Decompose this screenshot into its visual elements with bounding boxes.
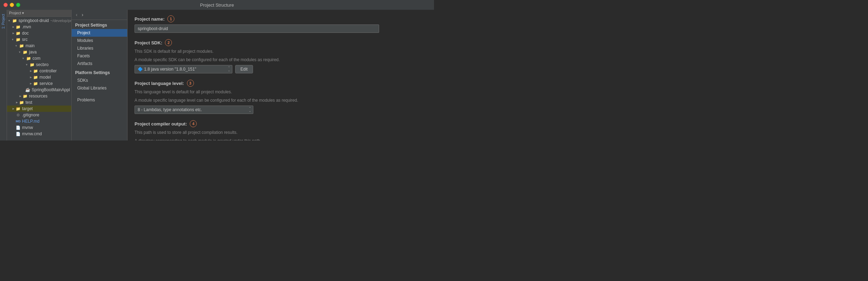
lang-desc-1: This language level is default for all p…	[135, 89, 427, 95]
sdk-row: 🔷 1.8 java version "1.8.0_151" Edit	[135, 65, 427, 73]
side-tab-strip: 1: Project	[0, 10, 7, 140]
tree-item-target[interactable]: ► 📁 target	[7, 106, 71, 112]
tree-label: .gitignore	[22, 113, 39, 117]
tree-label: main	[26, 43, 35, 48]
project-language-section: Project language level: 3 This language …	[135, 80, 427, 114]
circle-2: 2	[165, 39, 172, 46]
tree-label: model	[39, 75, 51, 80]
project-name-input[interactable]	[135, 24, 379, 33]
tree-item-resources[interactable]: ► 📁 resources	[7, 93, 71, 99]
sdk-desc-2: A module specific SDK can be configured …	[135, 57, 427, 63]
compiler-desc-2: A directory corresponding to each module…	[135, 138, 427, 140]
tree-label: java	[29, 50, 37, 55]
tree-label: secbro	[36, 62, 49, 67]
compiler-desc-1: This path is used to store all project c…	[135, 129, 427, 136]
tree-item-model[interactable]: ► 📁 model	[7, 74, 71, 80]
nav-item-libraries[interactable]: Libraries	[72, 44, 127, 52]
traffic-lights	[3, 3, 20, 7]
tree-label: com	[32, 56, 41, 61]
nav-top-bar: ‹ ›	[72, 10, 127, 20]
nav-panel: ‹ › Project Settings Project Modules Lib…	[72, 10, 128, 140]
tree-label: controller	[39, 69, 57, 73]
tree-item-mvn[interactable]: ► 📁 .mvn	[7, 24, 71, 30]
close-button[interactable]	[3, 3, 8, 7]
project-name-title: Project name:	[135, 16, 165, 22]
maximize-button[interactable]	[16, 3, 20, 7]
project-language-header: Project language level: 3	[135, 80, 427, 87]
project-name-section: Project name: 1	[135, 15, 427, 33]
nav-item-problems[interactable]: Problems	[72, 96, 127, 104]
sdk-select[interactable]: 🔷 1.8 java version "1.8.0_151"	[135, 65, 232, 73]
tree-label: target	[22, 106, 33, 111]
tree-label: mvnw	[22, 125, 33, 130]
window-title: Project Structure	[200, 2, 234, 8]
sdk-edit-button[interactable]: Edit	[235, 65, 253, 73]
back-arrow[interactable]: ‹	[74, 11, 79, 18]
project-language-title: Project language level:	[135, 81, 184, 86]
file-tree-header[interactable]: Project ▾	[7, 10, 71, 17]
tree-item-src[interactable]: ▾ 📁 src	[7, 36, 71, 43]
nav-item-modules[interactable]: Modules	[72, 37, 127, 44]
tree-label: SpringBootMainAppl	[32, 87, 70, 92]
circle-3: 3	[187, 80, 194, 87]
tree-item-test[interactable]: ► 📁 test	[7, 99, 71, 106]
tree-item-gitignore[interactable]: ⚙ .gitignore	[7, 112, 71, 118]
nav-item-artifacts[interactable]: Artifacts	[72, 60, 127, 67]
lang-select-wrap: 8 - Lambdas, type annotations etc.	[135, 106, 253, 114]
project-tab[interactable]: 1: Project	[0, 11, 6, 31]
tree-item-doc[interactable]: ► 📁 doc	[7, 30, 71, 36]
tree-item-service[interactable]: ► 📁 service	[7, 80, 71, 87]
tree-item-main[interactable]: ▾ 📁 main	[7, 43, 71, 49]
circle-4: 4	[190, 120, 197, 127]
compiler-output-title: Project compiler output:	[135, 121, 187, 127]
project-sdk-title: Project SDK:	[135, 40, 162, 45]
project-dropdown[interactable]: Project ▾	[9, 11, 24, 15]
tree-item-helpmd[interactable]: MD HELP.md	[7, 118, 71, 124]
tree-item-controller[interactable]: ► 📁 controller	[7, 68, 71, 74]
lang-desc-2: A module specific language level can be …	[135, 97, 427, 103]
tree-label: .mvn	[22, 24, 31, 29]
sdk-select-wrap: 🔷 1.8 java version "1.8.0_151"	[135, 65, 232, 73]
content-panel: Project name: 1 Project SDK: 2 This SDK …	[128, 10, 434, 140]
tree-label: src	[22, 37, 28, 42]
platform-settings-label: Platform Settings	[72, 67, 127, 77]
tree-label: doc	[22, 31, 29, 36]
tree-item-java[interactable]: ▾ 📁 java	[7, 49, 71, 55]
title-bar: Project Structure	[0, 0, 434, 10]
nav-item-project[interactable]: Project	[72, 29, 127, 37]
compiler-output-header: Project compiler output: 4	[135, 120, 427, 127]
file-tree-panel: Project ▾ ▾ 📁 springboot-druid ~/develop…	[7, 10, 72, 140]
tree-item-com[interactable]: ▾ 📁 com	[7, 55, 71, 62]
minimize-button[interactable]	[10, 3, 14, 7]
sdk-desc-1: This SDK is default for all project modu…	[135, 48, 427, 55]
tree-item-mvnwcmd[interactable]: 📄 mvnw.cmd	[7, 131, 71, 137]
tree-item-springbootmain[interactable]: ☕ SpringBootMainAppl	[7, 87, 71, 93]
nav-item-global-libraries[interactable]: Global Libraries	[72, 84, 127, 92]
tree-label: resources	[29, 94, 48, 99]
project-sdk-header: Project SDK: 2	[135, 39, 427, 46]
tree-label: test	[26, 100, 32, 105]
tree-item-mvnw[interactable]: 📄 mvnw	[7, 124, 71, 131]
tree-label: service	[39, 81, 53, 86]
project-settings-label: Project Settings	[72, 20, 127, 29]
file-tree-content: ▾ 📁 springboot-druid ~/develop/project ►…	[7, 17, 71, 140]
forward-arrow[interactable]: ›	[80, 11, 85, 18]
project-name-header: Project name: 1	[135, 15, 427, 22]
language-level-select[interactable]: 8 - Lambdas, type annotations etc.	[135, 106, 253, 114]
nav-item-sdks[interactable]: SDKs	[72, 77, 127, 84]
tree-item-secbro[interactable]: ▾ 📁 secbro	[7, 62, 71, 68]
tree-item-root[interactable]: ▾ 📁 springboot-druid ~/develop/project	[7, 17, 71, 24]
tree-label: springboot-druid	[19, 18, 49, 23]
tree-label: mvnw.cmd	[22, 131, 42, 136]
circle-1: 1	[167, 15, 174, 22]
nav-item-facets[interactable]: Facets	[72, 52, 127, 60]
compiler-output-section: Project compiler output: 4 This path is …	[135, 120, 427, 140]
tree-label: HELP.md	[22, 119, 39, 124]
project-sdk-section: Project SDK: 2 This SDK is default for a…	[135, 39, 427, 73]
